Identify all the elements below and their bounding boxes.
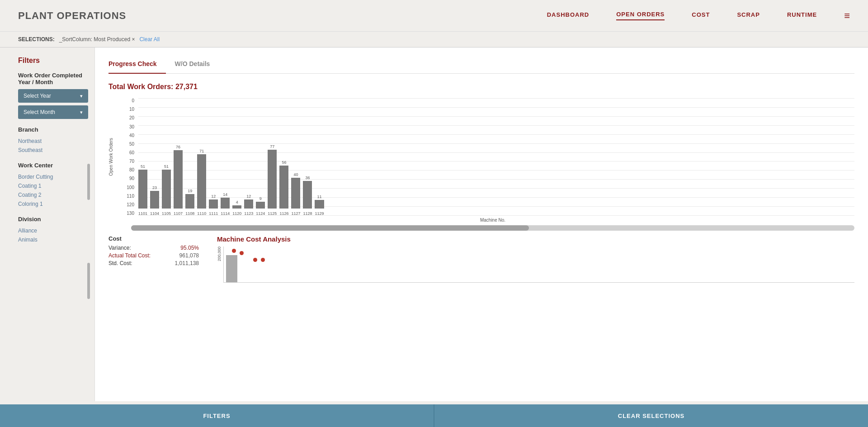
bar-rect-1104[interactable]: [150, 191, 159, 209]
filter-section-branch: Branch: [18, 126, 85, 133]
bar-rect-1127[interactable]: [291, 178, 300, 209]
nav-dashboard[interactable]: DASHBOARD: [547, 11, 590, 20]
chart-scrollbar[interactable]: [131, 225, 854, 231]
bar-value-1124: 9: [259, 196, 262, 201]
bar-rect-1101[interactable]: [138, 170, 147, 209]
bar-rect-1123[interactable]: [244, 199, 253, 209]
bar-group-1108: 191108: [185, 189, 194, 216]
total-orders-value: 27,371: [175, 83, 198, 90]
bar-rect-1124[interactable]: [256, 202, 265, 209]
nav-cost[interactable]: COST: [692, 11, 710, 20]
filter-wc-coloring1[interactable]: Coloring 1: [18, 199, 85, 209]
bar-label-1129: 1129: [315, 211, 324, 216]
bar-value-1104: 23: [152, 185, 157, 190]
filter-section-division: Division: [18, 216, 85, 223]
nav-open-orders[interactable]: OPEN ORDERS: [616, 11, 665, 20]
bar-value-1129: 11: [317, 195, 321, 199]
nav-scrap[interactable]: SCRAP: [737, 11, 760, 20]
bar-label-1105: 1105: [162, 211, 171, 216]
bar-group-1128: 361128: [303, 176, 312, 216]
bar-label-1101: 1101: [138, 211, 147, 216]
machine-cost-title: Machine Cost Analysis: [217, 235, 854, 243]
bar-group-1104: 231104: [150, 185, 159, 216]
scroll-indicator-branch: [87, 164, 90, 200]
selections-bar: SELECTIONS: _SortColumn: Most Produced ×…: [0, 32, 868, 47]
bar-group-1120: 41120: [232, 200, 241, 216]
bar-rect-1126[interactable]: [279, 166, 288, 209]
selection-tag: _SortColumn: Most Produced ×: [59, 36, 135, 43]
filter-branch-southeast[interactable]: Southeast: [18, 146, 85, 155]
bar-rect-1125[interactable]: [268, 150, 277, 209]
bar-label-1126: 1126: [279, 211, 288, 216]
nav-runtime[interactable]: RUNTIME: [787, 11, 817, 20]
mini-bar-1: [226, 255, 237, 282]
filter-section-year-month: Work Order CompletedYear / Month: [18, 72, 85, 85]
filter-division-alliance[interactable]: Alliance: [18, 226, 85, 235]
bar-chart-container: Open Work Orders 130 120 110 100 90 80 7…: [108, 98, 854, 231]
bar-rect-1128[interactable]: [303, 181, 312, 209]
bar-group-1124: 91124: [256, 196, 265, 216]
variance-label: Variance:: [108, 245, 131, 251]
tab-progress-check[interactable]: Progress Check: [108, 57, 166, 74]
select-month-dropdown[interactable]: Select Month: [18, 105, 88, 119]
bar-value-1120: 4: [236, 200, 238, 204]
filter-branch-northeast[interactable]: Northeast: [18, 137, 85, 146]
mini-dot-1: [232, 249, 236, 253]
bar-value-1126: 56: [282, 160, 286, 165]
bar-label-1108: 1108: [185, 211, 194, 216]
bar-rect-1120[interactable]: [232, 205, 241, 209]
actual-total-label: Actual Total Cost:: [108, 252, 151, 259]
bar-rect-1107[interactable]: [174, 150, 183, 209]
chart-area: 130 120 110 100 90 80 70 60 50 40 30 20: [116, 98, 854, 216]
bar-label-1120: 1120: [232, 211, 241, 216]
y-axis: 130 120 110 100 90 80 70 60 50 40 30 20: [116, 98, 136, 216]
app-title: PLANT OPERATIONS: [18, 10, 126, 22]
bar-group-1107: 761107: [174, 145, 183, 216]
bar-group-1123: 121123: [244, 194, 253, 216]
chart-wrapper: Open Work Orders 130 120 110 100 90 80 7…: [108, 98, 854, 216]
mini-dot-4: [261, 258, 265, 262]
scrollbar-thumb[interactable]: [131, 225, 529, 231]
bar-group-1105: 511105: [162, 164, 171, 216]
bar-value-1107: 76: [176, 145, 180, 149]
bars-row: 5111012311045111057611071911087111101211…: [138, 98, 324, 216]
bar-value-1128: 36: [305, 176, 310, 180]
footer-filters-button[interactable]: FILTERS: [0, 404, 434, 427]
hamburger-icon[interactable]: ≡: [844, 10, 850, 22]
clear-all-link[interactable]: Clear All: [139, 36, 160, 43]
mini-dot-3: [253, 258, 257, 262]
cost-details: Cost Variance: 95.05% Actual Total Cost:…: [108, 235, 199, 283]
bar-rect-1111[interactable]: [209, 199, 218, 209]
sidebar: Filters Work Order CompletedYear / Month…: [0, 47, 95, 401]
bar-rect-1108[interactable]: [185, 194, 194, 209]
bar-rect-1114[interactable]: [221, 198, 230, 209]
mini-chart: [223, 247, 854, 283]
bar-value-1110: 71: [199, 149, 204, 153]
filter-wc-coating2[interactable]: Coating 2: [18, 190, 85, 199]
bar-group-1126: 561126: [279, 160, 288, 216]
bar-chart: 130 120 110 100 90 80 70 60 50 40 30 20: [116, 98, 854, 216]
mini-dot-2: [240, 251, 244, 255]
footer-clear-button[interactable]: CLEAR SELECTIONS: [434, 404, 868, 427]
bar-group-1127: 401127: [291, 172, 300, 216]
filter-wc-coating1[interactable]: Coating 1: [18, 181, 85, 190]
bar-rect-1110[interactable]: [197, 154, 206, 209]
content-area: Progress Check W/O Details Total Work Or…: [95, 47, 868, 401]
machine-cost-section: Machine Cost Analysis 200,000: [217, 235, 854, 283]
select-year-dropdown[interactable]: Select Year: [18, 89, 88, 103]
bar-group-1101: 511101: [138, 164, 147, 216]
filter-division-animals[interactable]: Animals: [18, 235, 85, 244]
bar-value-1125: 77: [270, 144, 274, 149]
bar-rect-1129[interactable]: [315, 200, 324, 209]
bar-group-1111: 121111: [209, 194, 218, 216]
filter-wc-border-cutting[interactable]: Border Cutting: [18, 172, 85, 181]
bar-value-1123: 12: [246, 194, 251, 199]
cost-actual-row: Actual Total Cost: 961,078: [108, 252, 199, 259]
bar-value-1105: 51: [164, 164, 169, 169]
total-orders: Total Work Orders: 27,371: [108, 83, 854, 91]
tab-wo-details[interactable]: W/O Details: [175, 57, 219, 73]
bar-label-1128: 1128: [303, 211, 312, 216]
variance-value: 95.05%: [180, 245, 199, 251]
main-container: Filters Work Order CompletedYear / Month…: [0, 47, 868, 401]
bar-rect-1105[interactable]: [162, 170, 171, 209]
